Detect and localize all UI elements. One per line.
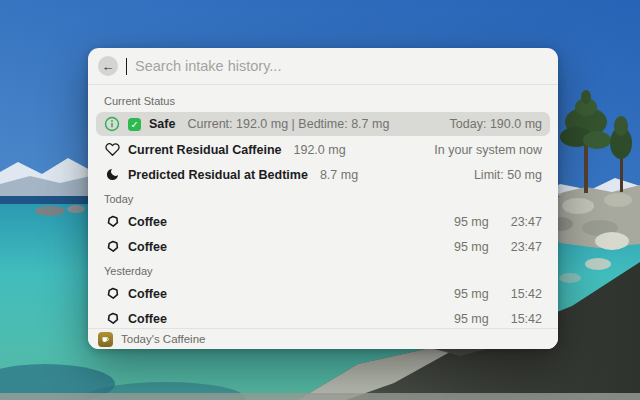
intake-row[interactable]: Coffee 95 mg 23:47 xyxy=(96,235,550,258)
safe-label: Safe xyxy=(149,117,175,131)
intake-amount: 95 mg xyxy=(454,215,489,229)
intake-time: 23:47 xyxy=(511,215,542,229)
coffee-bean-icon xyxy=(104,311,120,327)
row-title: Predicted Residual at Bedtime xyxy=(128,168,308,182)
intake-time: 23:47 xyxy=(511,240,542,254)
moon-icon xyxy=(104,167,120,183)
intake-row[interactable]: Coffee 95 mg 23:47 xyxy=(96,210,550,233)
row-value: 192.0 mg xyxy=(294,143,346,157)
section-header-yesterday: Yesterday xyxy=(104,266,542,277)
intake-time: 15:42 xyxy=(511,312,542,326)
row-title: Current Residual Caffeine xyxy=(128,143,282,157)
info-circle-icon xyxy=(104,116,120,132)
results-list: Current Status ✓ Safe Current: 192.0 mg … xyxy=(88,85,558,328)
section-header-current-status: Current Status xyxy=(104,96,542,107)
intake-title: Coffee xyxy=(128,287,167,301)
footer-label: Today's Caffeine xyxy=(121,333,205,345)
intake-amount: 95 mg xyxy=(454,312,489,326)
section-header-today: Today xyxy=(104,194,542,205)
coffee-bean-icon xyxy=(104,286,120,302)
arrow-left-icon: ← xyxy=(102,60,115,73)
intake-amount: 95 mg xyxy=(454,287,489,301)
intake-time: 15:42 xyxy=(511,287,542,301)
intake-amount: 95 mg xyxy=(454,240,489,254)
intake-title: Coffee xyxy=(128,215,167,229)
checkmark-icon: ✓ xyxy=(128,118,141,131)
heart-icon xyxy=(104,142,120,158)
window-footer: Today's Caffeine xyxy=(88,328,558,349)
intake-title: Coffee xyxy=(128,312,167,326)
back-button[interactable]: ← xyxy=(98,56,118,76)
intake-row[interactable]: Coffee 95 mg 15:42 xyxy=(96,307,550,328)
search-input[interactable] xyxy=(135,58,548,74)
caffeine-app-icon xyxy=(98,332,113,347)
safe-accessory: Today: 190.0 mg xyxy=(450,117,542,131)
text-caret xyxy=(126,58,127,75)
coffee-bean-icon xyxy=(104,214,120,230)
intake-title: Coffee xyxy=(128,240,167,254)
row-accessory: In your system now xyxy=(434,143,542,157)
row-accessory: Limit: 50 mg xyxy=(474,168,542,182)
coffee-bean-icon xyxy=(104,239,120,255)
search-bar: ← xyxy=(88,48,558,85)
status-row-safe[interactable]: ✓ Safe Current: 192.0 mg | Bedtime: 8.7 … xyxy=(96,112,550,136)
intake-row[interactable]: Coffee 95 mg 15:42 xyxy=(96,282,550,305)
safe-detail: Current: 192.0 mg | Bedtime: 8.7 mg xyxy=(187,117,389,131)
row-current-residual[interactable]: Current Residual Caffeine 192.0 mg In yo… xyxy=(96,138,550,161)
row-predicted-residual[interactable]: Predicted Residual at Bedtime 8.7 mg Lim… xyxy=(96,163,550,186)
caffeine-launcher-window: ← Current Status ✓ Safe Current: 192.0 m… xyxy=(88,48,558,349)
row-value: 8.7 mg xyxy=(320,168,358,182)
